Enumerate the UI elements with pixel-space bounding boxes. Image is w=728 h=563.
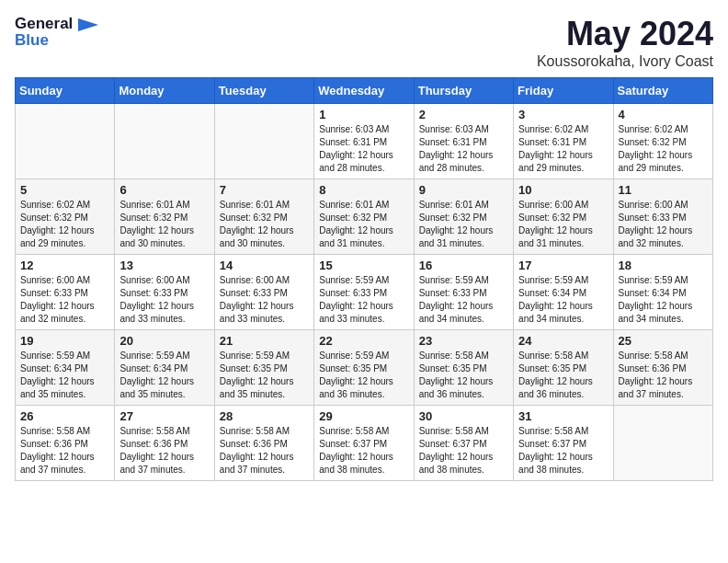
day-cell-1: 1 Sunrise: 6:03 AMSunset: 6:31 PMDayligh… [314,104,414,179]
day-info: Sunrise: 5:58 AMSunset: 6:37 PMDaylight:… [518,426,593,475]
day-info: Sunrise: 6:00 AMSunset: 6:33 PMDaylight:… [119,275,194,324]
day-number: 19 [20,334,109,348]
day-number: 22 [319,334,408,348]
day-cell-31: 31 Sunrise: 5:58 AMSunset: 6:37 PMDaylig… [514,406,613,481]
day-number: 14 [220,259,309,272]
day-number: 28 [220,409,309,423]
day-info: Sunrise: 5:58 AMSunset: 6:36 PMDaylight:… [220,426,294,475]
day-info: Sunrise: 6:01 AMSunset: 6:32 PMDaylight:… [220,200,294,248]
calendar-table: SundayMondayTuesdayWednesdayThursdayFrid… [15,77,713,481]
day-number: 11 [619,183,708,197]
day-number: 10 [518,183,608,197]
weekday-saturday: Saturday [613,78,712,104]
day-cell-4: 4 Sunrise: 6:02 AMSunset: 6:32 PMDayligh… [613,104,712,179]
day-info: Sunrise: 5:59 AMSunset: 6:35 PMDaylight:… [319,350,393,399]
page-header: General Blue May 2024 Koussorokaha, Ivor… [15,15,713,70]
day-number: 12 [20,259,109,272]
day-info: Sunrise: 6:02 AMSunset: 6:32 PMDaylight:… [20,200,95,248]
day-number: 5 [20,183,109,197]
day-number: 20 [119,334,209,348]
week-row-2: 5 Sunrise: 6:02 AMSunset: 6:32 PMDayligh… [16,179,713,255]
subtitle: Koussorokaha, Ivory Coast [537,53,713,70]
day-number: 8 [319,183,408,197]
day-info: Sunrise: 5:58 AMSunset: 6:37 PMDaylight:… [319,426,393,475]
title-block: May 2024 Koussorokaha, Ivory Coast [537,15,713,70]
day-info: Sunrise: 5:59 AMSunset: 6:33 PMDaylight:… [319,275,393,324]
day-number: 31 [518,409,608,423]
day-number: 6 [119,183,209,197]
day-cell-28: 28 Sunrise: 5:58 AMSunset: 6:36 PMDaylig… [214,406,313,481]
day-number: 30 [419,409,508,423]
day-info: Sunrise: 5:58 AMSunset: 6:35 PMDaylight:… [518,350,593,399]
weekday-thursday: Thursday [414,78,513,104]
weekday-tuesday: Tuesday [214,78,313,104]
day-cell-21: 21 Sunrise: 5:59 AMSunset: 6:35 PMDaylig… [214,330,313,406]
day-number: 21 [220,334,309,348]
main-title: May 2024 [537,15,713,53]
day-info: Sunrise: 6:01 AMSunset: 6:32 PMDaylight:… [419,200,494,248]
day-info: Sunrise: 6:00 AMSunset: 6:33 PMDaylight:… [20,275,95,324]
day-info: Sunrise: 6:02 AMSunset: 6:32 PMDaylight:… [619,124,693,173]
day-cell-11: 11 Sunrise: 6:00 AMSunset: 6:33 PMDaylig… [613,179,712,255]
day-cell-17: 17 Sunrise: 5:59 AMSunset: 6:34 PMDaylig… [514,255,613,330]
day-number: 27 [119,409,209,423]
week-row-4: 19 Sunrise: 5:59 AMSunset: 6:34 PMDaylig… [16,330,713,406]
day-cell-7: 7 Sunrise: 6:01 AMSunset: 6:32 PMDayligh… [214,179,313,255]
day-number: 7 [220,183,309,197]
day-info: Sunrise: 6:00 AMSunset: 6:32 PMDaylight:… [518,200,593,248]
day-cell-8: 8 Sunrise: 6:01 AMSunset: 6:32 PMDayligh… [314,179,414,255]
day-cell-27: 27 Sunrise: 5:58 AMSunset: 6:36 PMDaylig… [115,406,214,481]
day-info: Sunrise: 5:59 AMSunset: 6:34 PMDaylight:… [518,275,593,324]
empty-cell [16,104,115,179]
day-number: 2 [419,108,508,121]
empty-cell [115,104,214,179]
day-number: 24 [518,334,608,348]
day-info: Sunrise: 5:58 AMSunset: 6:36 PMDaylight:… [20,426,95,475]
week-row-5: 26 Sunrise: 5:58 AMSunset: 6:36 PMDaylig… [16,406,713,481]
day-info: Sunrise: 6:00 AMSunset: 6:33 PMDaylight:… [619,200,693,248]
weekday-friday: Friday [514,78,613,104]
day-number: 26 [20,409,109,423]
day-number: 4 [619,108,708,121]
day-cell-16: 16 Sunrise: 5:59 AMSunset: 6:33 PMDaylig… [414,255,513,330]
logo-text: General Blue [15,15,98,51]
day-cell-30: 30 Sunrise: 5:58 AMSunset: 6:37 PMDaylig… [414,406,513,481]
empty-cell [613,406,712,481]
day-info: Sunrise: 5:59 AMSunset: 6:35 PMDaylight:… [220,350,294,399]
day-number: 18 [619,259,708,272]
day-cell-19: 19 Sunrise: 5:59 AMSunset: 6:34 PMDaylig… [16,330,115,406]
day-info: Sunrise: 6:03 AMSunset: 6:31 PMDaylight:… [319,124,393,173]
day-cell-20: 20 Sunrise: 5:59 AMSunset: 6:34 PMDaylig… [115,330,214,406]
day-cell-3: 3 Sunrise: 6:02 AMSunset: 6:31 PMDayligh… [514,104,613,179]
day-cell-2: 2 Sunrise: 6:03 AMSunset: 6:31 PMDayligh… [414,104,513,179]
weekday-wednesday: Wednesday [314,78,414,104]
day-number: 17 [518,259,608,272]
day-cell-23: 23 Sunrise: 5:58 AMSunset: 6:35 PMDaylig… [414,330,513,406]
day-info: Sunrise: 5:58 AMSunset: 6:35 PMDaylight:… [419,350,494,399]
day-number: 23 [419,334,508,348]
week-row-1: 1 Sunrise: 6:03 AMSunset: 6:31 PMDayligh… [16,104,713,179]
day-cell-24: 24 Sunrise: 5:58 AMSunset: 6:35 PMDaylig… [514,330,613,406]
day-cell-5: 5 Sunrise: 6:02 AMSunset: 6:32 PMDayligh… [16,179,115,255]
day-number: 3 [518,108,608,121]
day-cell-9: 9 Sunrise: 6:01 AMSunset: 6:32 PMDayligh… [414,179,513,255]
day-cell-22: 22 Sunrise: 5:59 AMSunset: 6:35 PMDaylig… [314,330,414,406]
day-cell-15: 15 Sunrise: 5:59 AMSunset: 6:33 PMDaylig… [314,255,414,330]
day-info: Sunrise: 6:01 AMSunset: 6:32 PMDaylight:… [119,200,194,248]
day-info: Sunrise: 5:58 AMSunset: 6:36 PMDaylight:… [119,426,194,475]
day-cell-13: 13 Sunrise: 6:00 AMSunset: 6:33 PMDaylig… [115,255,214,330]
day-cell-25: 25 Sunrise: 5:58 AMSunset: 6:36 PMDaylig… [613,330,712,406]
weekday-sunday: Sunday [16,78,115,104]
day-number: 16 [419,259,508,272]
day-info: Sunrise: 5:59 AMSunset: 6:34 PMDaylight:… [619,275,693,324]
day-cell-29: 29 Sunrise: 5:58 AMSunset: 6:37 PMDaylig… [314,406,414,481]
svg-marker-0 [78,18,98,31]
day-number: 25 [619,334,708,348]
day-info: Sunrise: 6:00 AMSunset: 6:33 PMDaylight:… [220,275,294,324]
day-cell-14: 14 Sunrise: 6:00 AMSunset: 6:33 PMDaylig… [214,255,313,330]
day-cell-10: 10 Sunrise: 6:00 AMSunset: 6:32 PMDaylig… [514,179,613,255]
day-cell-12: 12 Sunrise: 6:00 AMSunset: 6:33 PMDaylig… [16,255,115,330]
day-info: Sunrise: 6:01 AMSunset: 6:32 PMDaylight:… [319,200,393,248]
day-info: Sunrise: 5:59 AMSunset: 6:34 PMDaylight:… [119,350,194,399]
day-number: 29 [319,409,408,423]
